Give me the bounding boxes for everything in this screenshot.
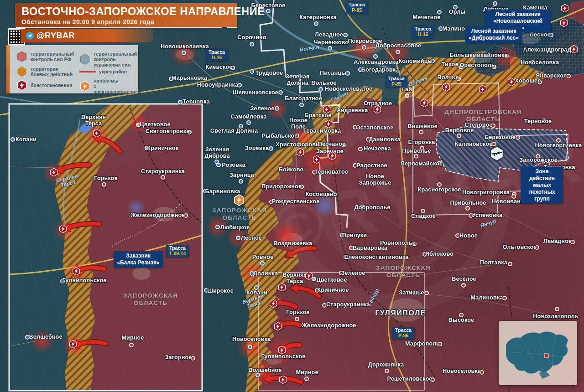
place-label: Тихое	[441, 62, 458, 68]
legend-label-ua: территориальный контроль украинских сил	[94, 51, 138, 67]
place-label: Орлы	[449, 9, 465, 15]
clash-icon	[50, 168, 58, 179]
place-label: Коломийцы	[399, 58, 433, 65]
settlement-pin	[278, 90, 283, 95]
info-label: Заказник «Балка Резная»	[114, 251, 163, 268]
place-label: Мирное	[296, 370, 318, 376]
place-label: Терновка	[182, 99, 209, 105]
road-sign: ТрассаР-85	[392, 327, 414, 339]
place-label: Вишнёвое	[407, 124, 437, 130]
place-label: Привольное	[450, 200, 486, 206]
settlement-pin	[239, 179, 243, 184]
place-label: Мирное	[121, 335, 144, 341]
place-label: Новое Поле	[289, 118, 308, 130]
minimap-region-marker	[544, 354, 548, 358]
place-label: Калиновское	[455, 141, 493, 148]
place-label: Железнодорожное	[302, 323, 356, 329]
road-sign-word: Трасса	[388, 76, 405, 82]
place-label: Ольговское	[503, 244, 537, 251]
place-label: Горькое	[286, 309, 310, 316]
place-label: Писанцы	[320, 70, 346, 77]
settlement-pin	[299, 103, 304, 107]
river-label: Волчья	[299, 44, 319, 52]
legend-power-icon	[79, 81, 90, 92]
road-sign-word: Трасса	[169, 246, 186, 251]
road-sign: ТрассаТ-08-14	[167, 245, 189, 257]
road-sign-code: Р-85	[349, 8, 365, 13]
place-label: Яблоково	[425, 251, 454, 258]
place-label: Загорное	[165, 355, 192, 361]
place-label: Александроград	[523, 47, 571, 53]
legend-rf-hexagon-icon	[16, 51, 27, 62]
place-label: Зоревка	[245, 145, 269, 152]
settlement-pin	[236, 236, 240, 240]
place-label: Богодаровка	[361, 67, 399, 73]
region-label: ЗАПОРОЖСКАЯ ОБЛАСТЬ	[212, 207, 267, 221]
settlement-pin	[385, 369, 389, 373]
place-label: Христофоровка	[276, 142, 322, 148]
place-label: Горькое	[94, 175, 118, 182]
place-label: Хорошее	[515, 78, 541, 84]
clash-icon	[561, 4, 569, 15]
clash-icon	[59, 225, 68, 235]
road-sign: ТрассаН-15	[206, 49, 228, 61]
place-label: Рыбальское	[262, 133, 298, 139]
place-label: Благодатное	[285, 96, 322, 102]
road-sign-code: Р-85	[388, 82, 405, 87]
place-label: Сладкое	[411, 213, 436, 220]
map-title: ВОСТОЧНО-ЗАПОРОЖСКОЕ НАПРАВЛЕНИЕ	[21, 5, 231, 18]
settlement-pin	[343, 33, 348, 37]
place-label: Зеленая Диброва	[204, 147, 229, 160]
region-label: ЗАПОРОЖСКАЯ ОБЛАСТЬ	[123, 292, 178, 306]
road-sign: ТрассаР-85	[386, 76, 407, 88]
place-label: Левадное	[315, 32, 343, 38]
info-label: Лесной заказник «Дибровский лес»	[465, 26, 522, 43]
settlement-pin	[566, 74, 571, 78]
place-label: Гай	[402, 87, 412, 93]
settlement-pin	[250, 42, 254, 46]
river-label: Волчья	[408, 75, 428, 87]
place-label: Ровное	[252, 254, 274, 261]
clash-glow	[30, 329, 54, 353]
info-label: Зона действия малых пехотных групп	[521, 167, 563, 204]
river-label: Янчур	[480, 218, 496, 228]
road-sign-word: Трасса	[349, 2, 365, 8]
settlement-pin	[419, 130, 423, 134]
clash-icon	[323, 105, 331, 116]
place-label: Егоровка	[408, 139, 435, 146]
settlement-pin	[10, 137, 15, 142]
place-label: Прилуки	[342, 232, 367, 239]
place-label: Новониколаевка	[161, 44, 209, 50]
settlement-pin	[396, 50, 400, 54]
settlement-pin	[275, 106, 279, 111]
settlement-pin	[102, 182, 106, 187]
settlement-pin	[424, 291, 429, 295]
settlement-pin	[304, 377, 309, 381]
place-label: Песчаное	[318, 141, 345, 148]
settlement-pin	[516, 135, 520, 140]
place-label: Орестополь	[459, 62, 495, 69]
place-label: Долинка	[253, 271, 278, 277]
place-label: Вербовое	[445, 128, 474, 134]
place-label: Радостное	[356, 163, 387, 169]
region-label: ЗАПОРОЖСКАЯ ОБЛАСТЬ	[376, 264, 431, 279]
road-sign-code: Н-15	[209, 55, 225, 61]
place-label: Первомайское	[401, 161, 443, 167]
place-label: Левадное	[543, 238, 572, 245]
place-label: Герасимовка	[303, 128, 341, 134]
place-label: Лесное	[530, 32, 551, 38]
place-label: Новоселовка	[521, 60, 559, 66]
settlement-pin	[555, 307, 559, 311]
settlement-pin	[246, 120, 251, 125]
place-label: Сорочино	[237, 35, 266, 41]
clash-icon	[269, 299, 278, 310]
clash-icon	[72, 267, 81, 278]
settlement-pin	[129, 343, 134, 347]
settlement-pin	[215, 225, 220, 229]
road-sign: ТрассаР-85	[346, 2, 368, 14]
settlement-pin	[465, 206, 470, 211]
clash-icon	[479, 85, 487, 96]
place-label: Железнодорожное	[131, 212, 185, 219]
place-label: Самойловка	[231, 114, 267, 120]
clash-icon	[278, 346, 287, 356]
